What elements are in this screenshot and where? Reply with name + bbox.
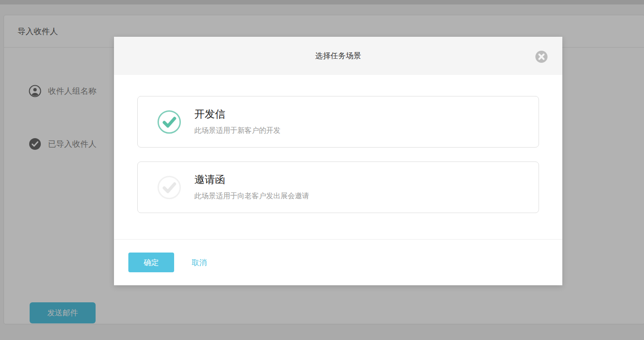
dialog-header: 选择任务场景 xyxy=(114,37,562,75)
option-title: 开发信 xyxy=(194,108,280,121)
option-text: 邀请函 此场景适用于向老客户发出展会邀请 xyxy=(194,174,309,201)
dialog-body: 开发信 此场景适用于新客户的开发 邀请函 此场景适用于向老客户发出展会邀请 xyxy=(114,75,562,239)
dialog-title: 选择任务场景 xyxy=(315,51,361,61)
option-development-letter[interactable]: 开发信 此场景适用于新客户的开发 xyxy=(137,96,539,148)
option-description: 此场景适用于向老客户发出展会邀请 xyxy=(194,192,309,201)
option-title: 邀请函 xyxy=(194,174,309,186)
option-invitation-letter[interactable]: 邀请函 此场景适用于向老客户发出展会邀请 xyxy=(137,161,539,213)
cancel-link[interactable]: 取消 xyxy=(192,257,207,268)
task-scene-dialog: 选择任务场景 开发信 此场景适用于新客户的开发 xyxy=(114,37,562,285)
check-circle-selected-icon xyxy=(158,110,181,134)
close-icon[interactable] xyxy=(535,50,548,63)
option-text: 开发信 此场景适用于新客户的开发 xyxy=(194,108,280,135)
option-description: 此场景适用于新客户的开发 xyxy=(194,126,280,135)
dialog-footer: 确定 取消 xyxy=(114,239,562,285)
confirm-button[interactable]: 确定 xyxy=(128,253,174,272)
check-circle-unselected-icon xyxy=(158,176,181,199)
